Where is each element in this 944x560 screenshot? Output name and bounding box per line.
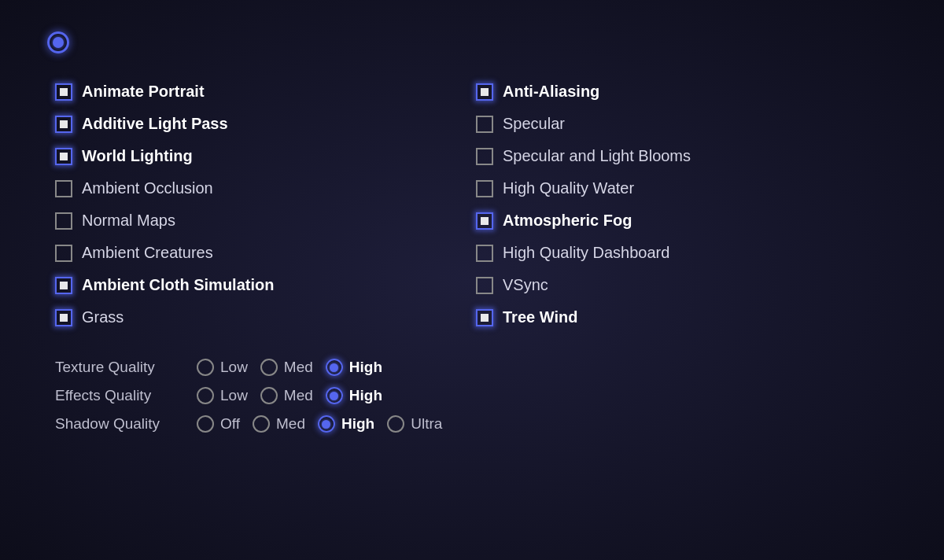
quality-row-texture-quality: Texture QualityLowMedHigh [55,359,897,376]
checkbox-item-normal-maps[interactable]: Normal Maps [55,204,476,237]
checkbox-item-ambient-cloth-simulation[interactable]: Ambient Cloth Simulation [55,269,476,301]
settings-panel: Animate PortraitAnti-AliasingAdditive Li… [47,31,897,444]
quality-options-shadow-quality: OffMedHighUltra [197,415,450,433]
quality-opt-label-texture-quality-high: High [349,359,382,376]
checkbox-item-ambient-creatures[interactable]: Ambient Creatures [55,237,476,269]
checkbox-label-anti-aliasing: Anti-Aliasing [503,83,599,101]
radio-inner-fill [330,392,338,400]
checkbox-item-animate-portrait[interactable]: Animate Portrait [55,76,476,108]
checkbox-item-additive-light-pass[interactable]: Additive Light Pass [55,108,476,140]
quality-option-shadow-quality-med[interactable]: Med [253,415,305,433]
quality-options-texture-quality: LowMedHigh [197,359,390,376]
radio-texture-quality-med[interactable] [260,359,278,376]
quality-opt-label-texture-quality-med: Med [284,359,313,376]
quality-row-effects-quality: Effects QualityLowMedHigh [55,387,897,404]
checkbox-label-tree-wind: Tree Wind [503,308,577,326]
quality-opt-label-effects-quality-low: Low [220,387,248,404]
checkbox-box-grass[interactable] [55,309,72,326]
checkbox-box-ambient-cloth-simulation[interactable] [55,277,72,294]
radio-effects-quality-high[interactable] [326,387,343,404]
checkbox-box-atmospheric-fog[interactable] [476,212,493,230]
advanced-settings-row[interactable] [47,31,897,53]
quality-option-shadow-quality-off[interactable]: Off [197,415,240,433]
checkbox-item-specular[interactable]: Specular [476,108,897,140]
quality-option-texture-quality-low[interactable]: Low [197,359,248,376]
checkbox-box-specular-light-blooms[interactable] [476,148,493,165]
quality-section: Texture QualityLowMedHighEffects Quality… [47,359,897,433]
use-advanced-settings-radio[interactable] [47,31,69,53]
checkbox-label-ambient-cloth-simulation: Ambient Cloth Simulation [82,276,274,294]
checkbox-box-anti-aliasing[interactable] [476,83,493,101]
checkbox-item-vsync[interactable]: VSync [476,269,897,301]
checkbox-label-animate-portrait: Animate Portrait [82,83,205,101]
checkbox-box-world-lighting[interactable] [55,148,72,165]
checkbox-item-world-lighting[interactable]: World Lighting [55,140,476,172]
checkbox-box-high-quality-water[interactable] [476,180,493,197]
checkbox-label-specular: Specular [503,115,565,133]
checkbox-label-specular-light-blooms: Specular and Light Blooms [503,147,691,165]
quality-option-effects-quality-low[interactable]: Low [197,387,248,404]
quality-option-effects-quality-med[interactable]: Med [260,387,313,404]
checkbox-label-ambient-occlusion: Ambient Occlusion [82,179,213,197]
radio-texture-quality-low[interactable] [197,359,214,376]
quality-option-texture-quality-high[interactable]: High [326,359,382,376]
checkbox-label-world-lighting: World Lighting [82,147,193,165]
radio-effects-quality-low[interactable] [197,387,214,404]
checkbox-box-specular[interactable] [476,116,493,133]
quality-name-shadow-quality: Shadow Quality [55,415,197,433]
quality-options-effects-quality: LowMedHigh [197,387,390,404]
checkbox-label-vsync: VSync [503,276,548,294]
checkbox-label-high-quality-water: High Quality Water [503,179,634,197]
quality-option-shadow-quality-ultra[interactable]: Ultra [387,415,442,433]
radio-inner-fill [322,420,330,429]
quality-opt-label-shadow-quality-off: Off [220,415,240,433]
radio-effects-quality-med[interactable] [260,387,278,404]
quality-opt-label-shadow-quality-ultra: Ultra [411,415,442,433]
radio-fill [53,37,64,48]
quality-option-texture-quality-med[interactable]: Med [260,359,313,376]
radio-shadow-quality-off[interactable] [197,415,214,433]
checkbox-item-high-quality-dashboard[interactable]: High Quality Dashboard [476,237,897,269]
quality-row-shadow-quality: Shadow QualityOffMedHighUltra [55,415,897,433]
checkbox-box-normal-maps[interactable] [55,212,72,230]
quality-opt-label-shadow-quality-high: High [341,415,374,433]
checkbox-box-ambient-creatures[interactable] [55,245,72,262]
checkbox-label-grass: Grass [82,308,124,326]
checkbox-item-ambient-occlusion[interactable]: Ambient Occlusion [55,172,476,204]
quality-opt-label-texture-quality-low: Low [220,359,248,376]
checkbox-box-high-quality-dashboard[interactable] [476,245,493,262]
checkbox-item-high-quality-water[interactable]: High Quality Water [476,172,897,204]
checkboxes-grid: Animate PortraitAnti-AliasingAdditive Li… [47,76,897,333]
checkbox-item-specular-light-blooms[interactable]: Specular and Light Blooms [476,140,897,172]
checkbox-label-atmospheric-fog: Atmospheric Fog [503,212,632,230]
checkbox-box-animate-portrait[interactable] [55,83,72,101]
radio-shadow-quality-high[interactable] [318,415,335,433]
checkbox-box-ambient-occlusion[interactable] [55,180,72,197]
checkbox-item-tree-wind[interactable]: Tree Wind [476,301,897,333]
radio-inner-fill [330,363,338,372]
quality-option-shadow-quality-high[interactable]: High [318,415,374,433]
checkbox-label-high-quality-dashboard: High Quality Dashboard [503,244,669,262]
checkbox-box-tree-wind[interactable] [476,309,493,326]
checkbox-box-additive-light-pass[interactable] [55,116,72,133]
checkbox-box-vsync[interactable] [476,277,493,294]
radio-texture-quality-high[interactable] [326,359,343,376]
radio-shadow-quality-med[interactable] [253,415,270,433]
radio-shadow-quality-ultra[interactable] [387,415,404,433]
checkbox-item-grass[interactable]: Grass [55,301,476,333]
checkbox-item-atmospheric-fog[interactable]: Atmospheric Fog [476,204,897,237]
checkbox-label-ambient-creatures: Ambient Creatures [82,244,213,262]
quality-opt-label-effects-quality-high: High [349,387,382,404]
checkbox-label-normal-maps: Normal Maps [82,212,175,230]
checkbox-label-additive-light-pass: Additive Light Pass [82,115,228,133]
quality-name-texture-quality: Texture Quality [55,359,197,376]
quality-opt-label-effects-quality-med: Med [284,387,313,404]
quality-opt-label-shadow-quality-med: Med [276,415,305,433]
quality-name-effects-quality: Effects Quality [55,387,197,404]
checkbox-item-anti-aliasing[interactable]: Anti-Aliasing [476,76,897,108]
quality-option-effects-quality-high[interactable]: High [326,387,382,404]
